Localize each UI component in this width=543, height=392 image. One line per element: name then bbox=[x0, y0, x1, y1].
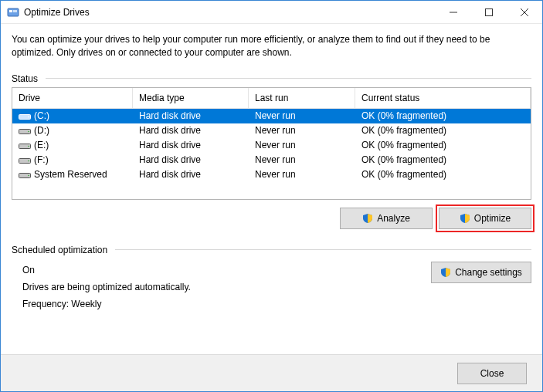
table-row[interactable]: (E:)Hard disk driveNever runOK (0% fragm… bbox=[12, 138, 531, 153]
drive-name: System Reserved bbox=[34, 169, 107, 180]
schedule-info: Drives are being optimized automatically… bbox=[22, 282, 431, 292]
drive-media: Hard disk drive bbox=[133, 167, 249, 181]
drive-icon bbox=[19, 157, 31, 164]
drive-status: OK (0% fragmented) bbox=[355, 138, 531, 152]
drive-icon bbox=[19, 142, 31, 150]
svg-point-12 bbox=[28, 146, 29, 147]
table-row[interactable]: (D:)Hard disk driveNever runOK (0% fragm… bbox=[12, 123, 531, 138]
svg-point-10 bbox=[28, 131, 29, 133]
col-media[interactable]: Media type bbox=[133, 88, 249, 109]
titlebar: Optimize Drives bbox=[1, 1, 542, 24]
drive-name: (E:) bbox=[34, 140, 49, 150]
drive-media: Hard disk drive bbox=[133, 138, 249, 152]
drive-status: OK (0% fragmented) bbox=[355, 109, 531, 123]
minimize-button[interactable] bbox=[436, 1, 471, 23]
drive-media: Hard disk drive bbox=[133, 109, 249, 123]
app-icon bbox=[7, 6, 19, 19]
svg-rect-4 bbox=[486, 8, 493, 15]
drive-icon bbox=[19, 113, 31, 120]
drive-last: Never run bbox=[249, 167, 355, 181]
status-label: Status bbox=[12, 73, 531, 84]
close-dialog-button[interactable]: Close bbox=[457, 363, 527, 384]
table-row[interactable]: (C:)Hard disk driveNever runOK (0% fragm… bbox=[12, 109, 531, 123]
window-title: Optimize Drives bbox=[24, 7, 436, 18]
analyze-button[interactable]: Analyze bbox=[340, 208, 433, 229]
drive-last: Never run bbox=[249, 153, 355, 167]
table-row[interactable]: System ReservedHard disk driveNever runO… bbox=[12, 167, 531, 182]
drive-last: Never run bbox=[249, 138, 355, 152]
schedule-label: Scheduled optimization bbox=[12, 245, 531, 255]
drive-icon bbox=[19, 171, 31, 179]
svg-point-16 bbox=[28, 175, 29, 177]
drive-status: OK (0% fragmented) bbox=[355, 167, 531, 181]
svg-rect-1 bbox=[9, 10, 12, 12]
table-row[interactable]: (F:)Hard disk driveNever runOK (0% fragm… bbox=[12, 153, 531, 167]
drive-icon bbox=[19, 127, 31, 135]
drive-status: OK (0% fragmented) bbox=[355, 153, 531, 167]
dialog-footer: Close bbox=[1, 354, 542, 391]
schedule-state: On bbox=[22, 265, 431, 275]
description-text: You can optimize your drives to help you… bbox=[12, 33, 531, 59]
svg-point-14 bbox=[28, 161, 29, 162]
drive-table: Drive Media type Last run Current status… bbox=[12, 87, 531, 200]
drive-name: (D:) bbox=[34, 125, 49, 136]
col-status[interactable]: Current status bbox=[355, 88, 531, 109]
drive-last: Never run bbox=[249, 123, 355, 137]
shield-icon bbox=[460, 213, 470, 224]
svg-point-8 bbox=[28, 117, 29, 118]
close-button[interactable] bbox=[507, 1, 542, 23]
optimize-button[interactable]: Optimize bbox=[439, 208, 531, 229]
table-header: Drive Media type Last run Current status bbox=[12, 88, 531, 109]
svg-rect-2 bbox=[13, 10, 17, 12]
drive-media: Hard disk drive bbox=[133, 153, 249, 167]
drive-media: Hard disk drive bbox=[133, 123, 249, 137]
col-last[interactable]: Last run bbox=[249, 88, 355, 109]
drive-status: OK (0% fragmented) bbox=[355, 123, 531, 137]
shield-icon bbox=[362, 213, 373, 224]
maximize-button[interactable] bbox=[471, 1, 507, 23]
change-settings-button[interactable]: Change settings bbox=[431, 262, 531, 283]
col-drive[interactable]: Drive bbox=[12, 88, 133, 109]
shield-icon bbox=[440, 267, 451, 278]
drive-name: (F:) bbox=[34, 154, 49, 165]
schedule-freq: Frequency: Weekly bbox=[22, 299, 431, 309]
drive-name: (C:) bbox=[34, 110, 49, 121]
drive-last: Never run bbox=[249, 109, 355, 123]
